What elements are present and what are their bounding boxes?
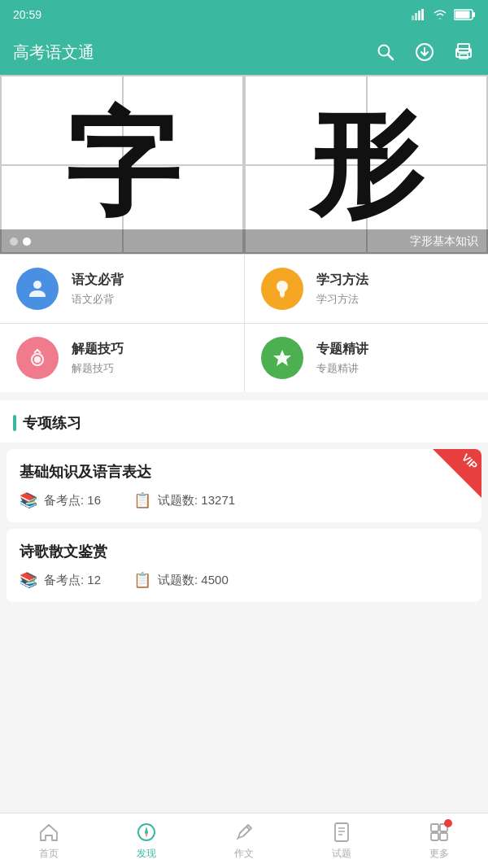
battery-level: [454, 9, 475, 20]
vip-badge: VIP: [433, 449, 481, 498]
book-icon-2: 📚: [20, 571, 37, 589]
banner-overlay: 字形基本知识: [0, 229, 488, 254]
stat-points-2: 📚 备考点: 12: [20, 571, 101, 589]
app-title: 高考语文通: [13, 41, 374, 63]
nav-more[interactable]: 更多: [390, 813, 488, 868]
status-time: 20:59: [13, 8, 41, 21]
svg-rect-33: [431, 833, 438, 840]
svg-rect-6: [455, 11, 470, 19]
svg-rect-16: [280, 294, 285, 296]
practice-card-2-title: 诗歌散文鉴赏: [20, 542, 468, 561]
banner-slider[interactable]: 字 形 字形基本知识: [0, 75, 488, 254]
status-icons: [412, 9, 475, 20]
banner-dots: [10, 238, 31, 246]
practice-card-1-title: 基础知识及语言表达: [20, 462, 468, 482]
questions-label-2: 试题数: 4500: [158, 573, 229, 588]
print-icon: [454, 42, 473, 62]
print-button[interactable]: [452, 41, 475, 63]
dot-2[interactable]: [23, 238, 31, 246]
svg-rect-1: [415, 13, 417, 20]
svg-point-14: [468, 51, 469, 53]
xuexi-fangfa-icon: [261, 268, 303, 310]
grid-icon: [428, 821, 451, 844]
svg-rect-2: [418, 11, 420, 20]
stat-questions-2: 📋 试题数: 4500: [133, 571, 229, 589]
pen-icon: [233, 821, 255, 844]
feature-zhuanti-jingjian[interactable]: 专题精讲 专题精讲: [245, 324, 489, 392]
jieti-jiqiao-icon: [16, 337, 59, 379]
svg-rect-5: [473, 12, 475, 17]
yuwen-bibei-text: 语文必背 语文必背: [72, 272, 124, 307]
download-button[interactable]: [413, 41, 436, 63]
svg-point-15: [33, 281, 41, 289]
svg-rect-17: [281, 296, 284, 298]
jieti-jiqiao-title: 解题技巧: [72, 341, 124, 358]
banner-content: 字 形: [0, 75, 488, 254]
yuwen-bibei-title: 语文必背: [72, 272, 124, 289]
svg-rect-3: [421, 9, 424, 20]
practice-card-2[interactable]: 诗歌散文鉴赏 📚 备考点: 12 📋 试题数: 4500: [7, 529, 481, 602]
doc-icon-1: 📋: [133, 491, 151, 509]
nav-essay-label: 作文: [234, 847, 254, 861]
zhuanti-jingjian-icon: [261, 337, 303, 379]
banner-label: 字形基本知识: [410, 234, 478, 249]
jieti-jiqiao-text: 解题技巧 解题技巧: [72, 341, 124, 376]
section-accent-bar: [13, 415, 16, 431]
svg-line-26: [237, 838, 238, 840]
practice-card-1[interactable]: VIP 基础知识及语言表达 📚 备考点: 16 📋 试题数: 13271: [7, 449, 481, 522]
banner-char-1: 字: [0, 75, 244, 254]
stat-points-1: 📚 备考点: 16: [20, 491, 101, 509]
app-header: 高考语文通: [0, 29, 488, 75]
nav-questions[interactable]: 试题: [293, 813, 390, 868]
questions-label-1: 试题数: 13271: [158, 493, 235, 508]
xuexi-fangfa-subtitle: 学习方法: [316, 292, 368, 307]
signal-icon: [412, 9, 426, 20]
svg-rect-0: [412, 15, 414, 20]
xuexi-fangfa-title: 学习方法: [316, 272, 368, 289]
header-actions: [374, 41, 475, 63]
nav-more-label: 更多: [429, 847, 449, 861]
content-area: 字 形 字形基本知识 语文必背: [0, 75, 488, 664]
svg-rect-34: [440, 833, 447, 840]
section-header: 专项练习: [0, 400, 488, 443]
points-label-2: 备考点: 12: [44, 573, 101, 588]
zhuanti-jingjian-subtitle: 专题精讲: [316, 361, 368, 376]
section-title: 专项练习: [23, 413, 81, 433]
home-icon: [37, 821, 60, 844]
feature-jieti-jiqiao[interactable]: 解题技巧 解题技巧: [0, 324, 244, 392]
nav-questions-label: 试题: [332, 847, 351, 861]
bottom-navigation: 首页 发现 作文: [0, 813, 488, 868]
svg-point-24: [145, 831, 148, 834]
status-bar: 20:59: [0, 0, 488, 29]
jieti-jiqiao-subtitle: 解题技巧: [72, 361, 124, 376]
doc-nav-icon: [330, 821, 353, 844]
points-label-1: 备考点: 16: [44, 493, 101, 508]
nav-discover-label: 发现: [137, 847, 156, 861]
vip-triangle: [433, 449, 481, 498]
more-badge: [444, 819, 452, 827]
xuexi-fangfa-text: 学习方法 学习方法: [316, 272, 368, 307]
stat-questions-1: 📋 试题数: 13271: [133, 491, 235, 509]
banner-char-2: 形: [244, 75, 488, 254]
dot-1[interactable]: [10, 238, 18, 246]
compass-icon: [135, 821, 158, 844]
wifi-icon: [433, 9, 447, 20]
svg-marker-20: [273, 350, 291, 366]
yuwen-bibei-subtitle: 语文必背: [72, 292, 124, 307]
search-button[interactable]: [374, 41, 397, 63]
book-icon: 📚: [20, 491, 37, 509]
download-icon: [415, 42, 434, 62]
search-icon: [376, 42, 395, 62]
feature-grid: 语文必背 语文必背 学习方法 学习方法: [0, 254, 488, 392]
svg-line-8: [388, 55, 393, 59]
zhuanti-jingjian-text: 专题精讲 专题精讲: [316, 341, 368, 376]
nav-essay[interactable]: 作文: [195, 813, 293, 868]
nav-discover[interactable]: 发现: [98, 813, 195, 868]
feature-yuwen-bibei[interactable]: 语文必背 语文必背: [0, 255, 244, 323]
feature-xuexi-fangfa[interactable]: 学习方法 学习方法: [245, 255, 489, 323]
nav-home-label: 首页: [39, 847, 59, 861]
yuwen-bibei-icon: [16, 268, 59, 310]
svg-rect-31: [431, 824, 438, 831]
practice-card-1-stats: 📚 备考点: 16 📋 试题数: 13271: [20, 491, 468, 509]
nav-home[interactable]: 首页: [0, 813, 98, 868]
